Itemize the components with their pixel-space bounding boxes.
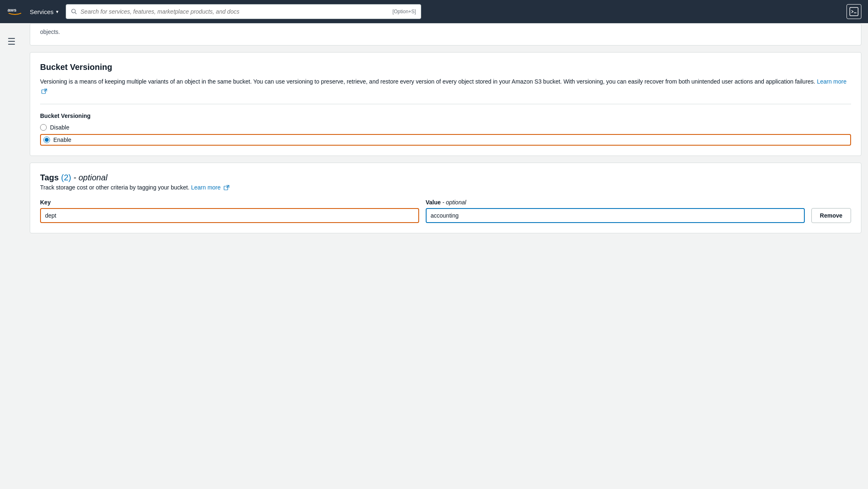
versioning-divider [40,104,851,104]
external-link-icon [41,89,47,94]
svg-text:aws: aws [7,7,17,12]
enable-option[interactable]: Enable [43,137,72,143]
svg-line-2 [75,12,77,14]
tags-external-link-icon [224,185,229,191]
svg-rect-5 [42,90,45,93]
enable-option-box: Enable [40,134,851,146]
remove-button[interactable]: Remove [811,208,851,223]
disable-radio[interactable] [40,124,47,131]
tags-card: Tags (2) - optional Track storage cost o… [30,163,861,233]
tags-optional: - optional [74,173,107,182]
tags-count: (2) [61,173,71,182]
search-icon [71,8,77,15]
value-label: Value - optional [426,199,805,206]
enable-radio[interactable] [43,137,50,143]
svg-rect-7 [224,186,228,190]
key-input[interactable] [40,208,419,223]
value-input[interactable] [426,208,805,223]
bucket-versioning-description: Versioning is a means of keeping multipl… [40,77,851,96]
terminal-button[interactable] [847,4,861,19]
enable-label: Enable [53,137,72,143]
tags-title: Tags (2) - optional [40,173,851,182]
partial-card-text: objects. [40,29,60,35]
versioning-radio-group: Disable Enable [40,124,851,146]
services-menu[interactable]: Services ▼ [30,8,59,15]
page-wrapper: objects. Bucket Versioning Versioning is… [23,23,868,489]
svg-point-1 [72,9,76,13]
search-shortcut: [Option+S] [392,9,416,14]
bucket-versioning-card: Bucket Versioning Versioning is a means … [30,52,861,156]
value-optional: - optional [442,199,466,206]
tags-learn-more[interactable]: Learn more [191,184,229,191]
partial-card: objects. [30,23,861,46]
disable-option[interactable]: Disable [40,124,851,131]
top-navigation: aws Services ▼ [Option+S] [0,0,868,23]
search-bar[interactable]: [Option+S] [66,4,421,19]
key-field-group: Key [40,199,419,223]
tags-description: Track storage cost or other criteria by … [40,184,851,191]
bucket-versioning-options-label: Bucket Versioning [40,113,851,119]
tag-row: Key Value - optional Remove [40,199,851,223]
svg-rect-3 [850,7,858,16]
aws-logo[interactable]: aws [7,3,23,20]
services-label: Services [30,8,54,15]
hamburger-icon[interactable]: ☰ [7,36,16,47]
sidebar-toggle[interactable]: ☰ [0,30,23,489]
value-field-group: Value - optional [426,199,805,223]
bucket-versioning-title: Bucket Versioning [40,62,851,72]
tag-fields-container: Key Value - optional Remove [40,199,851,223]
search-input[interactable] [81,8,389,15]
disable-label: Disable [50,124,69,131]
services-chevron: ▼ [55,10,60,14]
terminal-icon [849,7,858,16]
key-label: Key [40,199,419,206]
